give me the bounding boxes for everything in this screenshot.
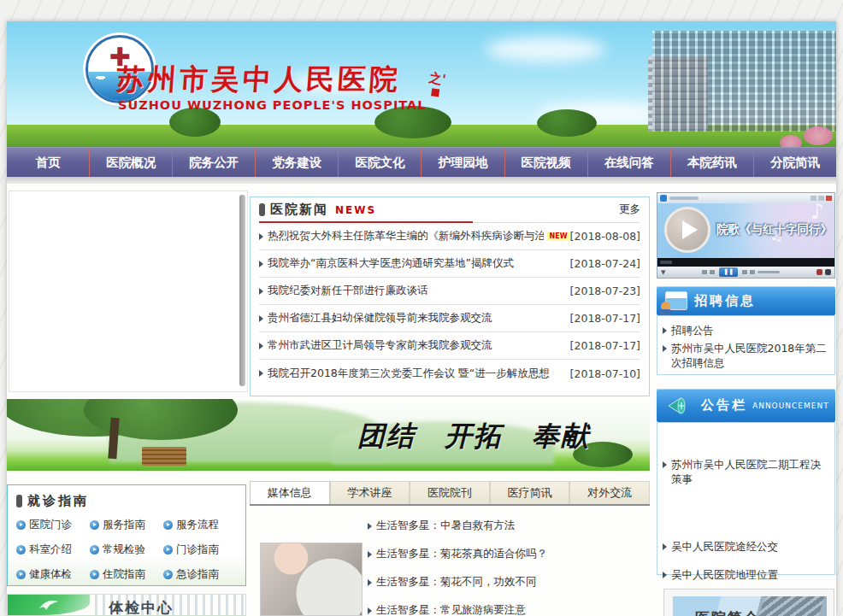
- page-container: ✚ 苏州市吴中人民医院 SUZHOU WUZHONG PEOPLE'S HOSP…: [7, 21, 836, 616]
- hospital-building-photo: [652, 31, 836, 132]
- media-item[interactable]: 生活智多星：常见旅游病要注意: [368, 596, 643, 616]
- guide-link-emergency[interactable]: 急诊指南: [163, 567, 237, 582]
- nav-item-pharmacy[interactable]: 本院药讯: [670, 148, 753, 177]
- tab-hospital-journal[interactable]: 医院院刊: [410, 481, 490, 504]
- guide-link-outpatient[interactable]: 医院门诊: [16, 518, 90, 532]
- nav-item-nursing[interactable]: 护理园地: [421, 148, 504, 177]
- playlist-icon[interactable]: [750, 270, 755, 274]
- news-link[interactable]: 我院纪委对新任干部进行廉政谈话: [268, 284, 428, 298]
- stop-icon[interactable]: [702, 270, 707, 274]
- previous-icon[interactable]: [710, 270, 715, 274]
- announcement-item[interactable]: 苏州市吴中人民医院二期工程决策事: [657, 457, 834, 486]
- info-tabs-panel: 媒体信息 学术讲座 医院院刊 医疗简讯 对外交流 生活智多星：中暑自救有方法 生…: [250, 481, 650, 616]
- nav-item-qa[interactable]: 在线问答: [587, 148, 670, 177]
- close-icon[interactable]: [826, 196, 832, 201]
- recruit-item[interactable]: 招聘公告: [657, 323, 834, 337]
- nav-item-branch[interactable]: 分院简讯: [753, 148, 836, 177]
- megaphone-icon: [667, 396, 693, 416]
- news-link[interactable]: 热烈祝贺大外科主任陈革华主编的《新编外科疾病诊断与治: [268, 229, 544, 243]
- nav-item-party[interactable]: 党务建设: [255, 148, 338, 177]
- announcement-item[interactable]: 吴中人民医院途经公交: [657, 539, 834, 554]
- announcement-title: 公告栏: [701, 397, 747, 414]
- news-more-link[interactable]: 更多: [619, 202, 640, 217]
- news-link[interactable]: 贵州省德江县妇幼保健院领导前来我院参观交流: [268, 311, 492, 326]
- window-controls: [811, 196, 832, 201]
- tab-medical-briefs[interactable]: 医疗简讯: [490, 481, 570, 504]
- nav-item-culture[interactable]: 医院文化: [338, 148, 421, 177]
- guide-link-service-guide[interactable]: 服务指南: [90, 518, 163, 532]
- nav-item-affairs[interactable]: 院务公开: [172, 148, 255, 177]
- tab-media-info[interactable]: 媒体信息: [250, 481, 330, 504]
- seal-stamp-icon: [431, 88, 439, 97]
- next-icon[interactable]: [742, 270, 747, 274]
- media-item[interactable]: 生活智多星：菊花不同，功效不同: [368, 568, 643, 596]
- recruit-title: 招聘信息: [694, 293, 756, 309]
- record-icon[interactable]: [816, 269, 822, 275]
- announcement-item[interactable]: 吴中人民医院地理位置: [657, 567, 834, 582]
- hospital-news-panel: 医院新闻 NEWS 更多 热烈祝贺大外科主任陈革华主编的《新编外科疾病诊断与治 …: [250, 197, 650, 396]
- slider-scrollbar[interactable]: [239, 195, 245, 386]
- nav-item-video[interactable]: 医院视频: [504, 148, 587, 177]
- player-viewport: ♪ ♫ 院歌《与红十字同行》: [657, 203, 834, 258]
- news-link[interactable]: 常州市武进区卫计局领导专家前来我院参观交流: [268, 338, 492, 353]
- media-item[interactable]: 生活智多星：菊花茶真的适合你吗？: [368, 540, 643, 568]
- guide-link-service-flow[interactable]: 服务流程: [163, 518, 237, 532]
- pause-button[interactable]: ❚❚: [719, 267, 738, 277]
- announcement-link[interactable]: 吴中人民医院地理位置: [671, 567, 778, 582]
- guide-link-checkup[interactable]: 健康体检: [16, 567, 90, 582]
- visit-guide-panel: 就诊指南 医院门诊 服务指南 服务流程 科室介绍 常规检验 门诊指南 健康体检 …: [7, 484, 246, 586]
- checkup-center-banner[interactable]: 体检中心: [7, 594, 246, 616]
- fullscreen-icon[interactable]: [825, 269, 831, 275]
- recruit-item[interactable]: 苏州市吴中人民医院2018年第二次招聘信息: [657, 341, 834, 370]
- guide-link-departments[interactable]: 科室介绍: [16, 543, 90, 557]
- news-row[interactable]: 我院召开2018年度第三次党委工作会议 暨“进一步解放思想 [2018-07-1…: [259, 360, 640, 387]
- media-item[interactable]: 生活智多星：中暑自救有方法: [368, 512, 643, 540]
- recruit-link[interactable]: 招聘公告: [671, 323, 714, 337]
- news-row[interactable]: 贵州省德江县妇幼保健院领导前来我院参观交流 [2018-07-17]: [259, 305, 640, 332]
- volume-slider[interactable]: [758, 271, 780, 273]
- news-row[interactable]: 常州市武进区卫计局领导专家前来我院参观交流 [2018-07-17]: [259, 332, 640, 360]
- announcement-header: 公告栏 ANNOUNCEMENT: [657, 389, 835, 422]
- announcement-link[interactable]: 苏州市吴中人民医院二期工程决策事: [671, 457, 829, 486]
- guide-link-routine-tests[interactable]: 常规检验: [90, 543, 163, 557]
- circle-arrow-icon: [163, 520, 173, 530]
- hospital-intro-panel[interactable]: 医院简介: [663, 589, 834, 616]
- maximize-icon[interactable]: [818, 196, 824, 201]
- play-button[interactable]: [664, 207, 710, 253]
- slogan-banner: 团结 开拓 奉献: [7, 399, 650, 471]
- nav-item-home[interactable]: 首页: [7, 148, 89, 177]
- site-subtitle: SUZHOU WUZHONG PEOPLE'S HOSPITAL: [118, 98, 427, 112]
- circle-arrow-icon: [163, 545, 173, 554]
- playlist-dropdown-icon[interactable]: ▼: [661, 269, 665, 276]
- announcement-link[interactable]: 吴中人民医院途经公交: [671, 539, 778, 554]
- news-link[interactable]: 我院举办“南京医科大学医患沟通研究基地”揭牌仪式: [268, 256, 514, 271]
- recruit-link[interactable]: 苏州市吴中人民医院2018年第二次招聘信息: [671, 341, 829, 370]
- news-row[interactable]: 我院纪委对新任干部进行廉政谈话 [2018-07-23]: [259, 278, 640, 305]
- main-nav: 首页 医院概况 院务公开 党务建设 医院文化 护理园地 医院视频 在线问答 本院…: [7, 147, 836, 177]
- news-row[interactable]: 我院举办“南京医科大学医患沟通研究基地”揭牌仪式 [2018-07-24]: [259, 250, 640, 278]
- image-slider[interactable]: [9, 191, 248, 392]
- news-link[interactable]: 我院召开2018年度第三次党委工作会议 暨“进一步解放思想: [268, 367, 550, 381]
- nav-item-overview[interactable]: 医院概况: [89, 148, 172, 177]
- banner-tree: [7, 399, 263, 471]
- guide-link-inpatient[interactable]: 住院指南: [90, 567, 163, 582]
- arrow-bullet-icon: [259, 370, 263, 377]
- slogan-text: 团结 开拓 奉献: [357, 418, 590, 455]
- circle-arrow-icon: [90, 545, 99, 554]
- swallow-logo-icon: [38, 596, 60, 613]
- tab-academic-lectures[interactable]: 学术讲座: [330, 481, 410, 504]
- arrow-bullet-icon: [368, 607, 372, 614]
- minimize-icon[interactable]: [811, 196, 816, 201]
- news-row[interactable]: 热烈祝贺大外科主任陈革华主编的《新编外科疾病诊断与治 NEW [2018-08-…: [259, 223, 640, 250]
- tab-external-exchange[interactable]: 对外交流: [569, 481, 650, 504]
- guide-link-outpatient-guide[interactable]: 门诊指南: [163, 543, 237, 557]
- checkup-title: 体检中心: [109, 598, 174, 616]
- cloud-decoration: [486, 37, 605, 62]
- nav-shadow: [7, 177, 836, 184]
- player-status-strip: [657, 258, 834, 267]
- flower-decoration: [780, 135, 802, 147]
- tab-bar: 媒体信息 学术讲座 医院院刊 医疗简讯 对外交流: [250, 481, 650, 506]
- guide-links: 医院门诊 服务指南 服务流程 科室介绍 常规检验 门诊指南 健康体检 住院指南 …: [16, 518, 237, 582]
- main-content: 医院新闻 NEWS 更多 热烈祝贺大外科主任陈革华主编的《新编外科疾病诊断与治 …: [7, 184, 836, 616]
- section-bullet-icon: [16, 495, 22, 507]
